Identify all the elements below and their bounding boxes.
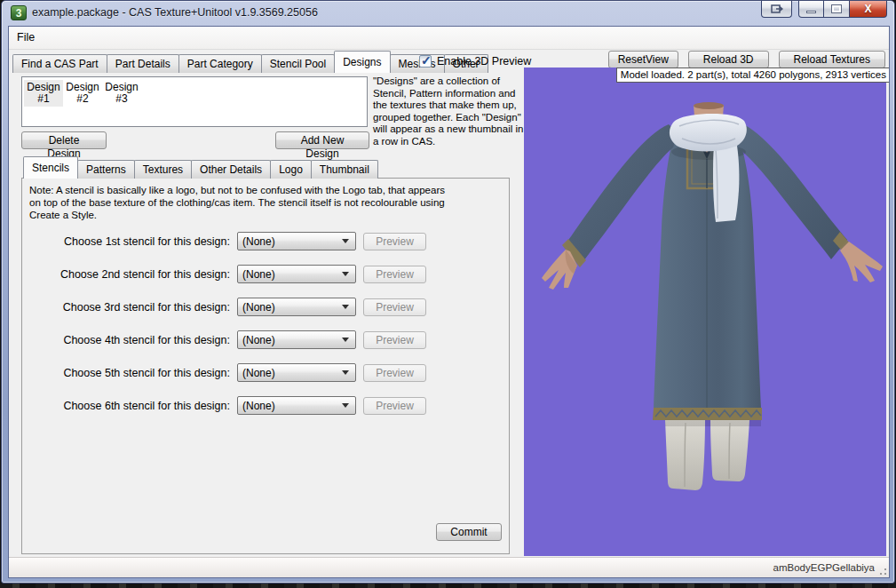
minimize-button[interactable] xyxy=(798,1,824,18)
tab-find-a-cas-part[interactable]: Find a CAS Part xyxy=(12,54,107,73)
design-tab-strip: Stencils Patterns Textures Other Details… xyxy=(23,157,377,179)
delete-design-button[interactable]: Delete Design xyxy=(21,131,107,149)
add-new-design-button[interactable]: Add New Design xyxy=(275,131,369,149)
tab-textures[interactable]: Textures xyxy=(134,160,192,179)
background-window-strip xyxy=(0,584,896,588)
stencil-label: Choose 1st stencil for this design: xyxy=(35,235,237,248)
main-tab-strip: Find a CAS Part Part Details Part Catego… xyxy=(12,52,488,73)
stencil-row-5: Choose 5th stencil for this design: (Non… xyxy=(35,363,509,382)
stencil-label: Choose 2nd stencil for this design: xyxy=(35,268,237,281)
stencil-row-1: Choose 1st stencil for this design: (Non… xyxy=(35,232,509,250)
stencil-row-4: Choose 4th stencil for this design: (Non… xyxy=(35,330,509,349)
stencil-rows: Choose 1st stencil for this design: (Non… xyxy=(22,232,509,429)
stencil-6-dropdown[interactable]: (None) xyxy=(237,396,356,415)
stencil-2-dropdown[interactable]: (None) xyxy=(237,265,356,283)
reset-view-button[interactable]: ResetView xyxy=(608,51,678,68)
maximize-icon xyxy=(832,5,841,12)
menu-bar: File xyxy=(9,27,889,50)
title-bar[interactable]: 3 example.package - CAS Texture+Unitool … xyxy=(2,1,894,26)
stencil-4-preview-button[interactable]: Preview xyxy=(363,331,426,349)
tab-patterns[interactable]: Patterns xyxy=(77,160,135,179)
design-item-1[interactable]: Design #1 xyxy=(24,80,63,107)
checkbox-check-icon: ✓ xyxy=(421,53,432,68)
window-title: example.package - CAS Texture+Unitool v1… xyxy=(32,6,318,19)
designs-description: "Designs" are a collection of Stencil, P… xyxy=(373,75,526,147)
stencil-1-dropdown[interactable]: (None) xyxy=(237,232,356,250)
stencil-label: Choose 5th stencil for this design: xyxy=(35,367,237,379)
stencil-label: Choose 4th stencil for this design: xyxy=(35,334,237,346)
stencil-5-dropdown[interactable]: (None) xyxy=(237,363,356,382)
design-item-3[interactable]: Design #3 xyxy=(102,80,141,107)
close-button[interactable]: X xyxy=(850,1,887,18)
stencil-note: Note: A stencil is basically like a logo… xyxy=(29,184,456,221)
stencil-label: Choose 6th stencil for this design: xyxy=(35,400,237,412)
resize-grip-icon[interactable] xyxy=(876,565,887,576)
window-popout-icon xyxy=(771,4,783,14)
chevron-down-icon xyxy=(342,272,349,276)
reload-3d-button[interactable]: Reload 3D xyxy=(688,51,769,68)
chevron-down-icon xyxy=(342,239,349,243)
enable-3d-preview-label: Enable 3D Preview xyxy=(437,55,531,68)
status-bar-text: amBodyEGPGellabiya xyxy=(773,562,875,573)
stencil-4-dropdown[interactable]: (None) xyxy=(237,330,356,349)
viewport-toolbar: ResetView Reload 3D Reload Textures xyxy=(608,51,885,68)
stencil-6-preview-button[interactable]: Preview xyxy=(363,397,426,415)
stencil-row-2: Choose 2nd stencil for this design: (Non… xyxy=(35,265,509,283)
stencil-1-preview-button[interactable]: Preview xyxy=(363,233,426,250)
stencil-2-preview-button[interactable]: Preview xyxy=(363,266,426,283)
tab-designs[interactable]: Designs xyxy=(334,51,390,73)
stencil-row-3: Choose 3rd stencil for this design: (Non… xyxy=(35,298,509,316)
client-area: File Find a CAS Part Part Details Part C… xyxy=(8,26,890,578)
checkbox-box[interactable]: ✓ xyxy=(419,55,432,68)
enable-3d-preview-checkbox[interactable]: ✓ Enable 3D Preview xyxy=(419,55,531,68)
design-item-2[interactable]: Design #2 xyxy=(63,80,102,107)
chevron-down-icon xyxy=(342,403,349,408)
stencils-panel: Note: A stencil is basically like a logo… xyxy=(21,178,510,554)
tab-stencils[interactable]: Stencils xyxy=(23,156,78,179)
designs-list[interactable]: Design #1 Design #2 Design #3 xyxy=(21,76,368,127)
desktop-background: 3 example.package - CAS Texture+Unitool … xyxy=(0,0,896,588)
app-window: 3 example.package - CAS Texture+Unitool … xyxy=(1,0,895,584)
status-bar: amBodyEGPGellabiya xyxy=(9,557,889,577)
stencil-label: Choose 3rd stencil for this design: xyxy=(35,301,237,314)
tab-part-category[interactable]: Part Category xyxy=(178,54,262,73)
tab-stencil-pool[interactable]: Stencil Pool xyxy=(261,54,335,73)
commit-button[interactable]: Commit xyxy=(436,523,502,541)
reload-textures-button[interactable]: Reload Textures xyxy=(779,51,886,68)
model-3d-preview[interactable]: Model loaded. 2 part(s), total 4260 poly… xyxy=(524,68,886,556)
gellabiya-model xyxy=(524,68,886,556)
stencil-5-preview-button[interactable]: Preview xyxy=(363,364,426,382)
close-icon: X xyxy=(864,3,871,15)
stencil-row-6: Choose 6th stencil for this design: (Non… xyxy=(35,396,509,415)
app-icon: 3 xyxy=(11,5,27,20)
chevron-down-icon xyxy=(342,338,349,342)
popout-button[interactable] xyxy=(761,1,792,18)
tab-thumbnail[interactable]: Thumbnail xyxy=(311,160,378,179)
stencil-3-dropdown[interactable]: (None) xyxy=(237,298,356,316)
tab-other-details[interactable]: Other Details xyxy=(191,160,271,179)
maximize-button[interactable] xyxy=(824,1,850,18)
chevron-down-icon xyxy=(342,370,349,375)
chevron-down-icon xyxy=(342,305,349,309)
tab-logo[interactable]: Logo xyxy=(270,160,312,179)
minimize-icon xyxy=(806,11,816,13)
stencil-3-preview-button[interactable]: Preview xyxy=(363,298,426,316)
menu-file[interactable]: File xyxy=(9,27,43,48)
tab-part-details[interactable]: Part Details xyxy=(107,54,179,73)
model-status-text: Model loaded. 2 part(s), total 4260 poly… xyxy=(616,68,890,83)
